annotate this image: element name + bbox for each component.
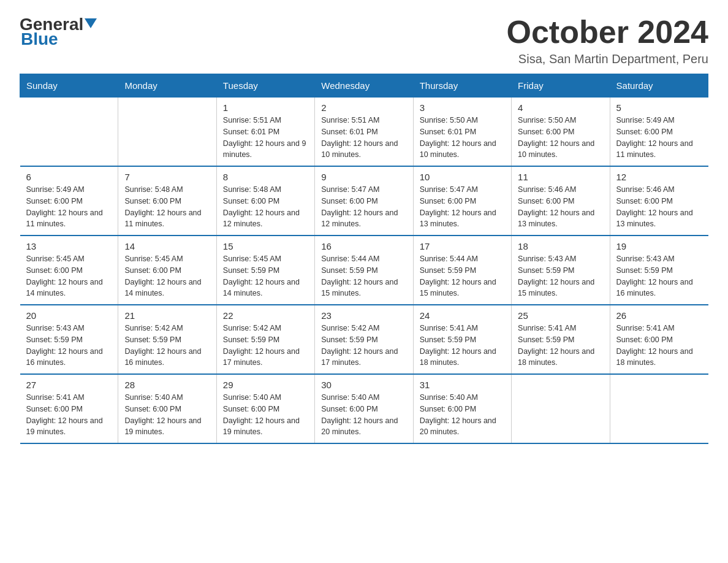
- header-day-tuesday: Tuesday: [216, 74, 314, 98]
- calendar-cell: [512, 374, 610, 443]
- day-info: Sunrise: 5:48 AMSunset: 6:00 PMDaylight:…: [223, 184, 308, 230]
- day-number: 29: [223, 380, 308, 390]
- day-info: Sunrise: 5:43 AMSunset: 5:59 PMDaylight:…: [26, 323, 112, 369]
- calendar-cell: 5Sunrise: 5:49 AMSunset: 6:00 PMDaylight…: [610, 98, 708, 167]
- header-day-sunday: Sunday: [20, 74, 118, 98]
- day-info: Sunrise: 5:42 AMSunset: 5:59 PMDaylight:…: [223, 323, 308, 369]
- header-day-saturday: Saturday: [610, 74, 708, 98]
- day-number: 5: [616, 102, 702, 113]
- day-number: 16: [321, 241, 406, 251]
- day-info: Sunrise: 5:43 AMSunset: 5:59 PMDaylight:…: [518, 253, 603, 299]
- calendar-cell: [610, 374, 708, 443]
- calendar-cell: 16Sunrise: 5:44 AMSunset: 5:59 PMDayligh…: [315, 236, 413, 305]
- week-row-3: 13Sunrise: 5:45 AMSunset: 6:00 PMDayligh…: [20, 236, 708, 305]
- day-number: 21: [124, 310, 210, 321]
- day-number: 11: [518, 172, 603, 182]
- calendar-cell: 8Sunrise: 5:48 AMSunset: 6:00 PMDaylight…: [216, 166, 314, 236]
- page-subtitle: Sisa, San Martin Department, Peru: [507, 52, 709, 66]
- logo: General Blue: [20, 15, 97, 49]
- day-number: 19: [616, 241, 702, 251]
- calendar-cell: 14Sunrise: 5:45 AMSunset: 6:00 PMDayligh…: [118, 236, 216, 305]
- calendar-cell: 4Sunrise: 5:50 AMSunset: 6:00 PMDaylight…: [512, 98, 610, 167]
- calendar-cell: 21Sunrise: 5:42 AMSunset: 5:59 PMDayligh…: [118, 305, 216, 374]
- day-info: Sunrise: 5:47 AMSunset: 6:00 PMDaylight:…: [420, 184, 505, 230]
- calendar-cell: 13Sunrise: 5:45 AMSunset: 6:00 PMDayligh…: [20, 236, 118, 305]
- page-title: October 2024: [507, 15, 709, 50]
- calendar-cell: 19Sunrise: 5:43 AMSunset: 5:59 PMDayligh…: [610, 236, 708, 305]
- logo-blue-text: Blue: [21, 29, 58, 48]
- day-info: Sunrise: 5:44 AMSunset: 5:59 PMDaylight:…: [321, 253, 406, 299]
- day-number: 23: [321, 310, 406, 321]
- week-row-5: 27Sunrise: 5:41 AMSunset: 6:00 PMDayligh…: [20, 374, 708, 443]
- day-info: Sunrise: 5:51 AMSunset: 6:01 PMDaylight:…: [223, 115, 308, 161]
- week-row-2: 6Sunrise: 5:49 AMSunset: 6:00 PMDaylight…: [20, 166, 708, 236]
- calendar-header: SundayMondayTuesdayWednesdayThursdayFrid…: [20, 74, 708, 98]
- day-number: 24: [420, 310, 505, 321]
- day-number: 6: [26, 172, 112, 182]
- day-info: Sunrise: 5:44 AMSunset: 5:59 PMDaylight:…: [420, 253, 505, 299]
- header-row: SundayMondayTuesdayWednesdayThursdayFrid…: [20, 74, 708, 98]
- calendar-cell: 9Sunrise: 5:47 AMSunset: 6:00 PMDaylight…: [315, 166, 413, 236]
- day-info: Sunrise: 5:40 AMSunset: 6:00 PMDaylight:…: [321, 392, 406, 438]
- calendar-cell: 30Sunrise: 5:40 AMSunset: 6:00 PMDayligh…: [315, 374, 413, 443]
- day-number: 8: [223, 172, 308, 182]
- day-info: Sunrise: 5:40 AMSunset: 6:00 PMDaylight:…: [420, 392, 505, 438]
- calendar-cell: 27Sunrise: 5:41 AMSunset: 6:00 PMDayligh…: [20, 374, 118, 443]
- title-section: October 2024 Sisa, San Martin Department…: [507, 15, 709, 66]
- day-number: 26: [616, 310, 702, 321]
- day-info: Sunrise: 5:41 AMSunset: 6:00 PMDaylight:…: [616, 323, 702, 369]
- calendar-cell: 23Sunrise: 5:42 AMSunset: 5:59 PMDayligh…: [315, 305, 413, 374]
- calendar-cell: 3Sunrise: 5:50 AMSunset: 6:01 PMDaylight…: [413, 98, 511, 167]
- calendar-cell: 22Sunrise: 5:42 AMSunset: 5:59 PMDayligh…: [216, 305, 314, 374]
- day-info: Sunrise: 5:43 AMSunset: 5:59 PMDaylight:…: [616, 253, 702, 299]
- calendar-cell: 2Sunrise: 5:51 AMSunset: 6:01 PMDaylight…: [315, 98, 413, 167]
- day-number: 25: [518, 310, 603, 321]
- header-day-monday: Monday: [118, 74, 216, 98]
- day-info: Sunrise: 5:51 AMSunset: 6:01 PMDaylight:…: [321, 115, 406, 161]
- day-info: Sunrise: 5:49 AMSunset: 6:00 PMDaylight:…: [26, 184, 112, 230]
- calendar-cell: 15Sunrise: 5:45 AMSunset: 5:59 PMDayligh…: [216, 236, 314, 305]
- day-number: 1: [223, 102, 308, 113]
- day-info: Sunrise: 5:47 AMSunset: 6:00 PMDaylight:…: [321, 184, 406, 230]
- calendar-body: 1Sunrise: 5:51 AMSunset: 6:01 PMDaylight…: [20, 98, 708, 444]
- day-number: 3: [420, 102, 505, 113]
- day-info: Sunrise: 5:50 AMSunset: 6:00 PMDaylight:…: [518, 115, 603, 161]
- day-info: Sunrise: 5:42 AMSunset: 5:59 PMDaylight:…: [124, 323, 210, 369]
- calendar-cell: [118, 98, 216, 167]
- day-info: Sunrise: 5:50 AMSunset: 6:01 PMDaylight:…: [420, 115, 505, 161]
- calendar-cell: 11Sunrise: 5:46 AMSunset: 6:00 PMDayligh…: [512, 166, 610, 236]
- day-number: 2: [321, 102, 406, 113]
- calendar-cell: 10Sunrise: 5:47 AMSunset: 6:00 PMDayligh…: [413, 166, 511, 236]
- day-info: Sunrise: 5:41 AMSunset: 5:59 PMDaylight:…: [518, 323, 603, 369]
- calendar-cell: 7Sunrise: 5:48 AMSunset: 6:00 PMDaylight…: [118, 166, 216, 236]
- day-number: 20: [26, 310, 112, 321]
- day-info: Sunrise: 5:46 AMSunset: 6:00 PMDaylight:…: [616, 184, 702, 230]
- day-number: 7: [124, 172, 210, 182]
- day-number: 10: [420, 172, 505, 182]
- day-number: 22: [223, 310, 308, 321]
- day-number: 12: [616, 172, 702, 182]
- day-info: Sunrise: 5:48 AMSunset: 6:00 PMDaylight:…: [124, 184, 210, 230]
- day-number: 30: [321, 380, 406, 390]
- day-number: 18: [518, 241, 603, 251]
- calendar-cell: 24Sunrise: 5:41 AMSunset: 5:59 PMDayligh…: [413, 305, 511, 374]
- day-info: Sunrise: 5:46 AMSunset: 6:00 PMDaylight:…: [518, 184, 603, 230]
- day-number: 13: [26, 241, 112, 251]
- header-day-thursday: Thursday: [413, 74, 511, 98]
- calendar-cell: 28Sunrise: 5:40 AMSunset: 6:00 PMDayligh…: [118, 374, 216, 443]
- day-info: Sunrise: 5:41 AMSunset: 5:59 PMDaylight:…: [420, 323, 505, 369]
- day-number: 4: [518, 102, 603, 113]
- day-info: Sunrise: 5:42 AMSunset: 5:59 PMDaylight:…: [321, 323, 406, 369]
- calendar-table: SundayMondayTuesdayWednesdayThursdayFrid…: [20, 74, 708, 444]
- day-info: Sunrise: 5:49 AMSunset: 6:00 PMDaylight:…: [616, 115, 702, 161]
- calendar-cell: 29Sunrise: 5:40 AMSunset: 6:00 PMDayligh…: [216, 374, 314, 443]
- week-row-4: 20Sunrise: 5:43 AMSunset: 5:59 PMDayligh…: [20, 305, 708, 374]
- calendar-cell: 20Sunrise: 5:43 AMSunset: 5:59 PMDayligh…: [20, 305, 118, 374]
- calendar-cell: 12Sunrise: 5:46 AMSunset: 6:00 PMDayligh…: [610, 166, 708, 236]
- day-info: Sunrise: 5:40 AMSunset: 6:00 PMDaylight:…: [223, 392, 308, 438]
- day-number: 15: [223, 241, 308, 251]
- day-number: 9: [321, 172, 406, 182]
- calendar-cell: [20, 98, 118, 167]
- day-number: 31: [420, 380, 505, 390]
- calendar-cell: 26Sunrise: 5:41 AMSunset: 6:00 PMDayligh…: [610, 305, 708, 374]
